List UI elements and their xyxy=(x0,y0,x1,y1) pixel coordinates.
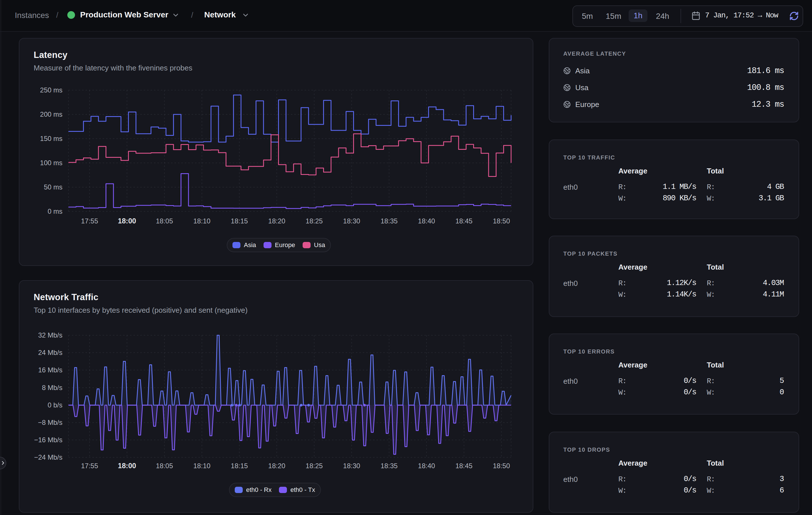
svg-text:18:50: 18:50 xyxy=(493,462,510,469)
svg-text:18:45: 18:45 xyxy=(456,462,472,469)
svg-text:−8 Mb/s: −8 Mb/s xyxy=(38,419,62,426)
svg-text:32 Mb/s: 32 Mb/s xyxy=(38,331,62,339)
svg-text:18:20: 18:20 xyxy=(268,217,285,225)
svg-text:18:25: 18:25 xyxy=(306,217,323,225)
svg-text:18:35: 18:35 xyxy=(380,462,398,469)
svg-text:24 Mb/s: 24 Mb/s xyxy=(38,349,62,356)
svg-text:200 ms: 200 ms xyxy=(40,110,62,118)
svg-text:18:50: 18:50 xyxy=(493,217,510,225)
svg-text:−16 Mb/s: −16 Mb/s xyxy=(34,436,62,444)
svg-text:0 ms: 0 ms xyxy=(48,207,62,215)
svg-text:18:15: 18:15 xyxy=(231,217,248,225)
svg-text:150 ms: 150 ms xyxy=(40,135,62,142)
svg-text:100 ms: 100 ms xyxy=(40,159,62,167)
svg-text:18:00: 18:00 xyxy=(118,217,136,225)
svg-text:18:45: 18:45 xyxy=(456,217,472,225)
svg-text:18:40: 18:40 xyxy=(418,217,435,225)
svg-text:18:40: 18:40 xyxy=(418,462,435,469)
svg-text:18:30: 18:30 xyxy=(343,217,360,225)
svg-text:18:05: 18:05 xyxy=(156,217,173,225)
svg-text:18:00: 18:00 xyxy=(118,462,136,469)
svg-text:18:25: 18:25 xyxy=(306,462,323,469)
svg-text:250 ms: 250 ms xyxy=(40,86,62,94)
svg-text:16 Mb/s: 16 Mb/s xyxy=(38,366,62,374)
svg-text:18:15: 18:15 xyxy=(231,462,248,469)
svg-text:50 ms: 50 ms xyxy=(44,183,62,191)
svg-text:0 b/s: 0 b/s xyxy=(48,401,62,409)
svg-text:18:30: 18:30 xyxy=(343,462,360,469)
svg-text:17:55: 17:55 xyxy=(81,217,98,225)
svg-text:18:20: 18:20 xyxy=(268,462,285,469)
svg-text:17:55: 17:55 xyxy=(81,462,98,469)
svg-text:−24 Mb/s: −24 Mb/s xyxy=(34,453,62,461)
svg-text:18:10: 18:10 xyxy=(193,462,210,469)
svg-text:18:35: 18:35 xyxy=(380,217,398,225)
svg-text:8 Mb/s: 8 Mb/s xyxy=(42,384,62,392)
svg-text:18:10: 18:10 xyxy=(193,217,210,225)
svg-text:18:05: 18:05 xyxy=(156,462,173,469)
